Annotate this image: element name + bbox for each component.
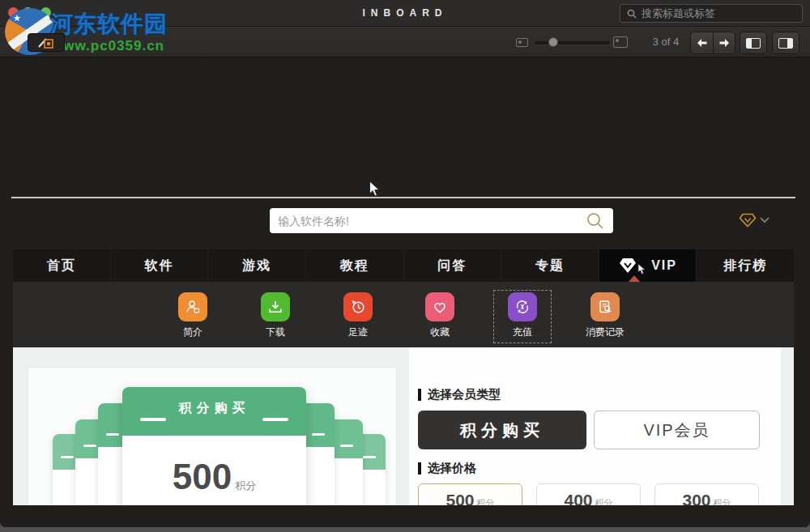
zoom-in-thumbnail-icon[interactable] (613, 36, 628, 48)
action-label: 消费记录 (573, 326, 637, 339)
nav-tab-label: 教程 (340, 257, 369, 275)
nav-tab-label: 首页 (47, 257, 76, 275)
screenshot-top-edge (11, 197, 795, 198)
software-search-input (278, 215, 586, 228)
nav-tab-home: 首页 (13, 249, 111, 282)
price-value: 300 (682, 491, 710, 505)
chevron-down-icon (760, 217, 770, 223)
selected-points-card[interactable]: 积分购买 500积分 (122, 387, 306, 505)
action-download: 下载 (243, 292, 308, 339)
navigation-arrows (690, 32, 735, 54)
watermark-site-url: www.pc0359.cn (52, 38, 164, 54)
image-canvas[interactable]: 首页 软件 游戏 教程 问答 专题 VIP 排行榜 (0, 57, 810, 527)
button-label: VIP会员 (643, 419, 710, 441)
nav-tab-qa: 问答 (404, 249, 502, 282)
member-type-points-button[interactable]: 积分购买 (418, 411, 586, 449)
download-icon (261, 292, 290, 321)
zoom-out-thumbnail-icon[interactable] (516, 38, 528, 47)
action-label: 充值 (490, 326, 555, 339)
heading-bar (418, 389, 421, 401)
purchase-options-panel: 选择会员类型 积分购买 VIP会员 选择价格 500积分 400积分 (409, 347, 781, 505)
watermark-star-icon: ★ (13, 13, 21, 23)
action-history: 足迹 (326, 292, 390, 339)
action-label: 简介 (160, 326, 225, 339)
price-value: 500 (446, 491, 474, 505)
cursor-arrow-icon (369, 181, 381, 198)
price-option-400[interactable]: 400积分 (536, 483, 641, 505)
nav-tab-tutorials: 教程 (306, 249, 404, 282)
points-card-title: 积分购买 (122, 400, 306, 417)
action-purchase-records: 消费记录 (573, 292, 637, 339)
arrow-left-icon (696, 36, 709, 49)
heading-text: 选择价格 (428, 461, 476, 476)
records-icon (590, 292, 620, 321)
price-option-500[interactable]: 500积分 (418, 483, 522, 505)
account-action-row: 简介 下载 足迹 (13, 282, 794, 347)
nav-tab-vip: VIP (599, 249, 697, 282)
search-icon (586, 211, 605, 231)
nav-tab-label: 软件 (144, 257, 173, 275)
next-image-button[interactable] (713, 32, 735, 54)
member-type-vip-button[interactable]: VIP会员 (594, 411, 760, 449)
inboard-window: INBOARD 3 of 4 (0, 0, 810, 527)
arrow-right-icon (718, 36, 731, 49)
points-card-panel: 积分购买 500积分 (28, 367, 397, 505)
software-search-bar (270, 208, 613, 233)
price-value: 400 (564, 491, 592, 505)
library-search-input[interactable] (642, 7, 795, 19)
button-label: 积分购买 (460, 419, 544, 441)
vip-status-badge (739, 213, 770, 228)
points-unit: 积分 (235, 479, 256, 492)
previous-image-button[interactable] (690, 32, 713, 54)
toggle-left-panel-button[interactable] (740, 32, 767, 54)
decor-dash (140, 418, 166, 421)
left-panel-icon (746, 38, 761, 49)
watermark-site-name: 河东软件园 (50, 9, 168, 40)
page-indicator: 3 of 4 (646, 27, 685, 57)
nav-tab-label: 问答 (437, 257, 467, 275)
white-gem-icon (618, 257, 637, 274)
price-unit: 积分 (477, 497, 495, 505)
action-label: 下载 (243, 326, 308, 339)
nav-tab-label: 专题 (535, 257, 565, 275)
history-icon (343, 292, 373, 321)
decor-dash (262, 418, 288, 421)
search-icon (627, 9, 637, 19)
heart-icon (425, 292, 454, 321)
annotate-button[interactable] (28, 33, 65, 52)
recharge-icon (508, 292, 537, 321)
action-recharge: 充值 (490, 292, 555, 339)
nav-tab-ranking: 排行榜 (697, 249, 794, 282)
price-option-300[interactable]: 300积分 (654, 483, 759, 505)
profile-icon (178, 292, 207, 321)
price-unit: 积分 (595, 497, 613, 505)
member-type-heading: 选择会员类型 (418, 387, 501, 402)
points-value: 500 (173, 457, 232, 496)
mouse-pointer-icon (637, 263, 647, 275)
site-navbar: 首页 软件 游戏 教程 问答 专题 VIP 排行榜 (13, 249, 794, 282)
purchase-section: 积分购买 500积分 选择会员类型 积分购买 VIP会员 (13, 347, 794, 505)
action-label: 足迹 (326, 326, 390, 339)
heading-bar (418, 462, 421, 475)
action-label: 收藏 (407, 326, 472, 339)
price-unit: 积分 (714, 497, 731, 505)
zoom-slider-handle[interactable] (548, 37, 558, 47)
nav-tab-software: 软件 (111, 249, 209, 282)
action-favorites: 收藏 (407, 292, 472, 339)
screen: INBOARD 3 of 4 (0, 0, 810, 532)
nav-tab-label: 游戏 (242, 257, 271, 275)
annotate-icon (36, 36, 56, 50)
nav-tab-label: VIP (651, 258, 677, 273)
points-amount: 500积分 (122, 457, 306, 497)
nav-tab-topics: 专题 (501, 249, 599, 282)
toggle-right-panel-button[interactable] (772, 32, 799, 54)
zoom-slider-track[interactable] (535, 41, 610, 45)
nav-tab-label: 排行榜 (723, 257, 767, 275)
action-profile: 简介 (160, 292, 225, 339)
library-search-field[interactable] (620, 4, 803, 23)
nav-tab-games: 游戏 (208, 249, 306, 282)
price-heading: 选择价格 (418, 461, 476, 476)
right-panel-icon (778, 38, 793, 49)
gold-gem-icon (739, 213, 757, 228)
heading-text: 选择会员类型 (428, 387, 501, 402)
